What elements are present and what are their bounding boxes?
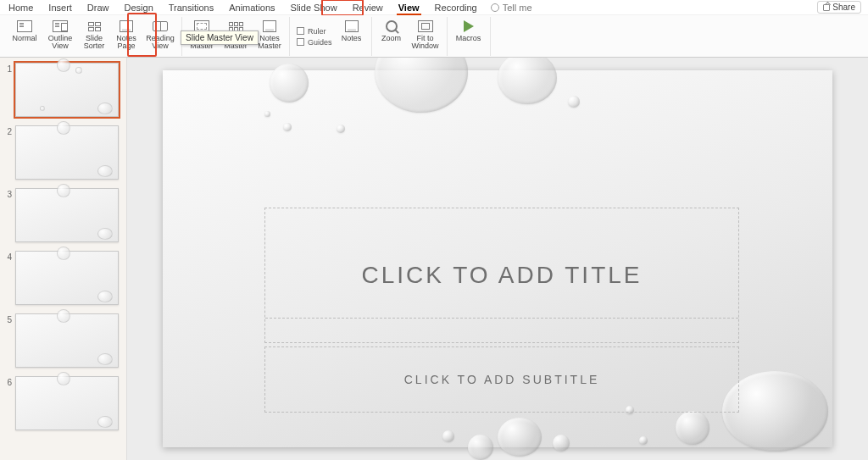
slide-thumbnail-5[interactable] <box>15 313 119 368</box>
btn-outline-view[interactable]: Outline View <box>44 17 76 51</box>
ribbon: Normal Outline View Slide Sorter Notes P… <box>0 15 868 58</box>
btn-fit-to-window[interactable]: Fit to Window <box>409 17 442 51</box>
slide[interactable]: CLICK TO ADD TITLE CLICK TO ADD SUBTITLE <box>163 70 832 447</box>
thumbnail-pane[interactable]: 1 2 3 4 <box>0 58 127 460</box>
notes-icon <box>345 20 359 32</box>
zoom-icon <box>386 20 398 32</box>
btn-notes-page[interactable]: Notes Page <box>112 17 141 51</box>
menu-insert[interactable]: Insert <box>47 2 74 14</box>
slide-thumbnail-6[interactable] <box>15 376 119 430</box>
group-zoom: Zoom Fit to Window <box>372 17 448 56</box>
notes-page-icon <box>120 20 133 32</box>
decoration-drop <box>468 435 493 460</box>
tooltip-slide-master: Slide Master View <box>181 30 259 45</box>
share-button[interactable]: Share <box>817 1 861 14</box>
btn-reading-view[interactable]: Reading View <box>144 17 176 51</box>
group-show: Ruler Guides Notes <box>290 17 372 56</box>
thumb-number: 1 <box>3 63 12 74</box>
decoration-drop <box>553 435 570 452</box>
group-presentation-views: Normal Outline View Slide Sorter Notes P… <box>3 17 182 56</box>
slide-thumbnail-2[interactable] <box>15 125 119 180</box>
slide-thumbnail-3[interactable] <box>15 188 119 242</box>
btn-notes-master[interactable]: Notes Master <box>255 17 284 51</box>
thumb-number: 4 <box>3 251 12 262</box>
decoration-drop <box>375 58 468 113</box>
menu-review[interactable]: Review <box>351 2 385 14</box>
tell-me-label: Tell me <box>503 3 532 13</box>
btn-zoom[interactable]: Zoom <box>377 17 406 42</box>
group-master-views: Slide Master Handout Master Notes Master… <box>182 17 290 56</box>
menu-animations[interactable]: Animations <box>227 2 276 14</box>
decoration-drop <box>498 418 542 457</box>
macro-icon <box>464 20 474 32</box>
menu-slideshow[interactable]: Slide Show <box>289 2 339 14</box>
thumb-number: 5 <box>3 313 12 324</box>
decoration-drop <box>442 430 454 442</box>
btn-macros[interactable]: Macros <box>453 17 485 42</box>
outline-icon <box>53 20 68 32</box>
fit-window-icon <box>418 20 433 32</box>
decoration-drop <box>270 64 309 103</box>
notes-master-icon <box>263 20 276 32</box>
title-placeholder[interactable]: CLICK TO ADD TITLE <box>264 208 739 343</box>
menu-bar: Home Insert Draw Design Transitions Anim… <box>0 0 868 15</box>
reading-icon <box>153 21 168 31</box>
tell-me-search[interactable]: Tell me <box>491 3 532 13</box>
menu-design[interactable]: Design <box>123 2 155 14</box>
thumb-number: 2 <box>3 125 12 136</box>
menu-draw[interactable]: Draw <box>86 2 111 14</box>
thumb-number: 3 <box>3 188 12 199</box>
menu-recording[interactable]: Recording <box>433 2 479 14</box>
menu-home[interactable]: Home <box>7 2 35 14</box>
checkbox-icon <box>297 27 304 35</box>
workspace: 1 2 3 4 <box>0 58 868 460</box>
slide-thumbnail-4[interactable] <box>15 251 119 305</box>
sorter-icon <box>88 22 101 31</box>
decoration-drop <box>568 96 580 108</box>
menu-transitions[interactable]: Transitions <box>167 2 215 14</box>
subtitle-placeholder[interactable]: CLICK TO ADD SUBTITLE <box>264 346 739 413</box>
share-icon <box>823 4 830 11</box>
normal-icon <box>17 20 32 32</box>
chk-ruler[interactable]: Ruler <box>297 27 332 36</box>
btn-notes[interactable]: Notes <box>337 17 366 42</box>
share-label: Share <box>832 3 855 12</box>
group-macros: Macros <box>448 17 491 56</box>
decoration-drop <box>337 125 345 133</box>
checkbox-icon <box>297 38 304 46</box>
decoration-drop <box>639 436 648 445</box>
btn-normal[interactable]: Normal <box>8 17 41 42</box>
menu-view[interactable]: View <box>397 2 421 14</box>
decoration-drop <box>264 111 270 117</box>
decoration-drop <box>676 411 709 445</box>
decoration-drop <box>498 58 557 104</box>
slide-canvas-area[interactable]: CLICK TO ADD TITLE CLICK TO ADD SUBTITLE <box>127 58 868 460</box>
chk-guides[interactable]: Guides <box>297 38 332 47</box>
bulb-icon <box>491 3 499 12</box>
btn-slide-sorter[interactable]: Slide Sorter <box>80 17 108 51</box>
decoration-drop <box>283 123 292 131</box>
slide-thumbnail-1[interactable] <box>15 63 119 117</box>
thumb-number: 6 <box>3 376 12 387</box>
handout-master-icon <box>229 22 243 31</box>
